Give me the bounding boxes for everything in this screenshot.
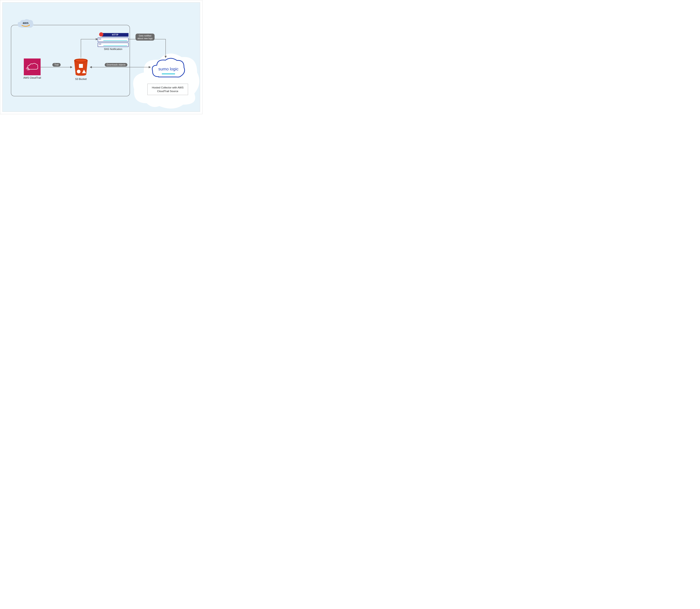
notified-line2: about new logs [137, 37, 153, 40]
edge-label-trail: Trail [52, 63, 61, 67]
aws-cloud-badge: aws [17, 19, 35, 29]
http-bar: HTTP [102, 33, 129, 37]
sns-label: SNS Notification [98, 48, 129, 51]
s3-bucket-icon [72, 58, 89, 76]
node-sumo: sumo logic [151, 57, 186, 80]
http-banner: HTTP [98, 33, 129, 37]
node-s3: S3 Bucket [71, 58, 91, 81]
svg-point-4 [75, 59, 86, 62]
aws-text: aws [23, 21, 29, 24]
s3-label: S3 Bucket [71, 78, 91, 81]
cloudtrail-label: AWS CloudTrail [21, 76, 44, 79]
server-row-1 [98, 38, 129, 42]
sumo-cloud-icon: sumo logic [151, 57, 186, 80]
node-sns: HTTP SNS Notification [98, 33, 129, 51]
cloudtrail-icon [24, 58, 40, 75]
collector-box: Hosted Collector with AWS CloudTrail Sou… [148, 84, 188, 95]
sumo-text: sumo logic [158, 67, 178, 71]
server-row-2 [98, 43, 129, 47]
edge-label-notified: Gets notified about new logs [136, 34, 155, 40]
diagram-canvas: aws Trail Downloads objects Gets notifie… [2, 2, 200, 112]
edge-label-downloads: Downloads objects [105, 63, 127, 67]
http-dot-icon [99, 32, 103, 36]
svg-rect-5 [79, 64, 83, 68]
notified-line1: Gets notified [139, 35, 151, 37]
node-cloudtrail: AWS CloudTrail [21, 58, 44, 79]
svg-point-6 [77, 70, 81, 73]
